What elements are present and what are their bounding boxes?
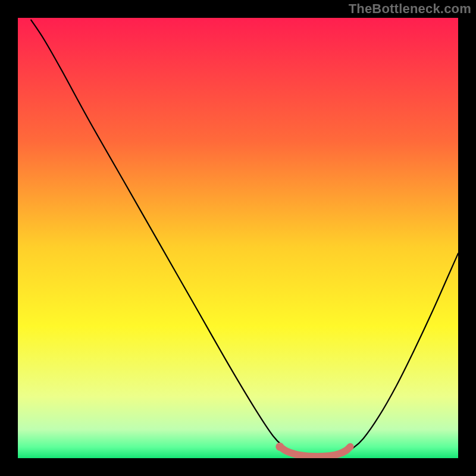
watermark-text: TheBottleneck.com xyxy=(349,1,471,17)
chart-svg xyxy=(18,18,458,458)
bottleneck-curve xyxy=(31,20,458,457)
fit-start-dot xyxy=(275,443,284,451)
plot-area xyxy=(18,18,458,458)
chart-frame: TheBottleneck.com xyxy=(0,0,476,476)
fit-band xyxy=(280,447,350,456)
